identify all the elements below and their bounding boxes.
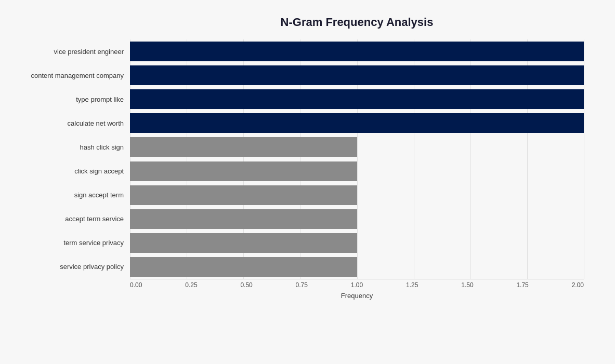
bar-fill: [130, 161, 357, 181]
x-axis-area: 0.000.250.500.751.001.251.501.752.00 Fre…: [5, 279, 584, 300]
chart-container: N-Gram Frequency Analysis vice president…: [0, 0, 615, 364]
x-tick: 0.50: [240, 281, 252, 289]
bar-label: hash click sign: [5, 143, 130, 151]
bar-label: content management company: [5, 72, 130, 79]
grid-line: [584, 39, 584, 279]
x-tick: 2.00: [572, 281, 584, 289]
chart-area: vice president engineercontent managemen…: [5, 39, 584, 300]
x-axis-line: [130, 279, 584, 279]
x-tick: 0.25: [185, 281, 197, 289]
bar-label: service privacy policy: [5, 263, 130, 271]
bar-label: accept term service: [5, 215, 130, 223]
x-tick: 0.00: [130, 281, 142, 289]
bars-section: vice president engineercontent managemen…: [5, 39, 584, 279]
bar-row: vice president engineer: [5, 39, 584, 63]
bar-track: [130, 233, 584, 253]
chart-title: N-Gram Frequency Analysis: [5, 16, 584, 29]
bar-track: [130, 42, 584, 61]
bar-fill: [130, 89, 584, 109]
bar-track: [130, 113, 584, 133]
x-tick: 1.50: [461, 281, 473, 289]
x-axis-label: Frequency: [130, 292, 584, 300]
bar-track: [130, 89, 584, 109]
bar-fill: [130, 233, 357, 253]
bar-fill: [130, 257, 357, 277]
bar-track: [130, 161, 584, 181]
bar-label: sign accept term: [5, 191, 130, 199]
bar-row: content management company: [5, 63, 584, 87]
bar-row: calculate net worth: [5, 111, 584, 135]
bar-row: hash click sign: [5, 135, 584, 159]
bar-fill: [130, 209, 357, 229]
bar-row: accept term service: [5, 207, 584, 231]
bar-fill: [130, 65, 584, 85]
bar-fill: [130, 137, 357, 157]
bar-label: click sign accept: [5, 167, 130, 175]
bar-track: [130, 185, 584, 205]
bar-label: term service privacy: [5, 239, 130, 247]
bar-track: [130, 209, 584, 229]
bar-row: click sign accept: [5, 159, 584, 183]
bar-fill: [130, 185, 357, 205]
x-tick: 1.25: [406, 281, 418, 289]
bar-row: service privacy policy: [5, 255, 584, 279]
bar-row: sign accept term: [5, 183, 584, 207]
bar-fill: [130, 113, 584, 133]
bar-track: [130, 137, 584, 157]
bar-label: calculate net worth: [5, 119, 130, 127]
bar-fill: [130, 42, 584, 61]
x-ticks: 0.000.250.500.751.001.251.501.752.00: [130, 281, 584, 289]
bar-track: [130, 65, 584, 85]
bar-track: [130, 257, 584, 277]
x-tick: 1.00: [351, 281, 363, 289]
x-tick: 0.75: [296, 281, 308, 289]
x-tick: 1.75: [516, 281, 528, 289]
bar-row: term service privacy: [5, 231, 584, 255]
bar-label: type prompt like: [5, 96, 130, 103]
bar-row: type prompt like: [5, 87, 584, 111]
bar-label: vice president engineer: [5, 48, 130, 56]
